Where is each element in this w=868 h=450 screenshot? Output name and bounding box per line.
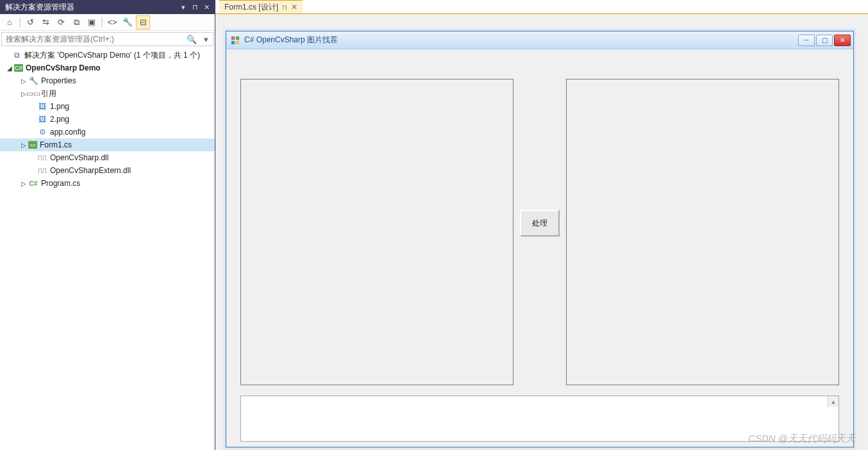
close-icon[interactable]: ✕ [291, 3, 297, 12]
project-label: OpenCvSharp Demo [26, 63, 101, 72]
wrench-icon: 🔧 [28, 76, 38, 86]
tree-item-label: Properties [41, 76, 76, 85]
svg-rect-0 [231, 36, 235, 39]
solution-label: 解决方案 'OpenCvSharp Demo' (1 个项目，共 1 个) [24, 50, 200, 61]
tree-item-file[interactable]: ⎍⎍ OpenCvSharpExtern.dll [0, 164, 215, 177]
config-icon: ⚙ [37, 127, 47, 137]
tree-item-program[interactable]: ▷ C# Program.cs [0, 177, 215, 190]
back-icon[interactable]: ↺ [23, 15, 37, 29]
tree-item-label: Form1.cs [40, 140, 72, 149]
scrollbar-up-icon[interactable]: ▲ [828, 396, 839, 407]
window-titlebar: C# OpenCvSharp 图片找茬 ─ ▢ ✕ [226, 31, 853, 49]
panel-header: 解决方案资源管理器 ▾ ⊓ ✕ [0, 0, 215, 14]
tree-item-label: 2.png [50, 115, 69, 124]
pin-icon[interactable]: ⊓ [282, 4, 287, 11]
project-node[interactable]: ◢ C# OpenCvSharp Demo [0, 62, 215, 74]
svg-rect-3 [236, 40, 239, 44]
tree-item-label: OpenCvSharpExtern.dll [50, 166, 131, 175]
picturebox-right[interactable] [566, 79, 839, 385]
csproj-icon: C# [14, 64, 23, 72]
show-all-icon[interactable]: ▣ [85, 15, 99, 29]
refresh-icon[interactable]: ⟳ [54, 15, 68, 29]
tree-item-form1[interactable]: ▷ ▭ Form1.cs [0, 138, 215, 151]
collapse-icon[interactable]: ⧉ [69, 15, 83, 29]
design-surface[interactable]: C# OpenCvSharp 图片找茬 ─ ▢ ✕ 处理 ▲ CSDN @天天代… [215, 14, 868, 450]
tree-item-label: app.config [50, 128, 85, 137]
close-icon[interactable]: ✕ [201, 1, 212, 13]
csharp-icon: C# [28, 178, 38, 188]
code-icon[interactable]: <> [105, 15, 119, 29]
window-title: C# OpenCvSharp 图片找茬 [244, 35, 798, 46]
tree-item-properties[interactable]: ▷ 🔧 Properties [0, 74, 215, 87]
image-icon: 🖼 [37, 101, 47, 112]
picturebox-left[interactable] [240, 79, 513, 385]
tree-item-references[interactable]: ▷ ▭▭ 引用 [0, 87, 215, 100]
minimize-button[interactable]: ─ [798, 35, 815, 46]
separator [101, 17, 103, 28]
solution-explorer-panel: 解决方案资源管理器 ▾ ⊓ ✕ ⌂ ↺ ⇆ ⟳ ⧉ ▣ <> 🔧 ⊟ 🔍 ▾ ⧉… [0, 0, 215, 450]
tab-form1-design[interactable]: Form1.cs [设计] ⊓ ✕ [219, 0, 303, 13]
document-tabstrip: Form1.cs [设计] ⊓ ✕ [215, 0, 868, 14]
tree-item-label: 1.png [50, 102, 69, 111]
dll-icon: ⎍⎍ [37, 165, 47, 176]
tree-item-file[interactable]: ⚙ app.config [0, 126, 215, 138]
vertical-scrollbar[interactable] [863, 14, 868, 450]
separator [19, 17, 21, 28]
panel-title: 解决方案资源管理器 [5, 2, 178, 13]
view-icon[interactable]: ⊟ [136, 15, 150, 29]
editor-area: Form1.cs [设计] ⊓ ✕ C# OpenCvSharp 图片找茬 ─ … [215, 0, 868, 450]
tree-item-label: OpenCvSharp.dll [50, 153, 108, 162]
tree-item-label: 引用 [41, 88, 56, 99]
process-button[interactable]: 处理 [520, 210, 560, 237]
references-icon: ▭▭ [28, 88, 38, 99]
solution-tree: ⧉ 解决方案 'OpenCvSharp Demo' (1 个项目，共 1 个) … [0, 47, 215, 450]
solution-icon: ⧉ [12, 50, 22, 60]
close-button[interactable]: ✕ [834, 35, 851, 46]
properties-icon[interactable]: 🔧 [121, 15, 135, 29]
svg-rect-2 [231, 40, 235, 44]
solution-node[interactable]: ⧉ 解决方案 'OpenCvSharp Demo' (1 个项目，共 1 个) [0, 49, 215, 62]
app-icon [230, 35, 240, 46]
tree-item-label: Program.cs [41, 179, 80, 188]
pin-icon[interactable]: ⊓ [189, 1, 201, 13]
image-icon: 🖼 [37, 114, 47, 124]
search-input[interactable] [2, 33, 185, 46]
expander-icon[interactable]: ◢ [5, 65, 14, 72]
expander-icon[interactable]: ▷ [19, 180, 28, 187]
watermark-text: CSDN @天天代码码天天 [748, 433, 855, 445]
search-box: 🔍 ▾ [1, 32, 213, 46]
tree-item-file[interactable]: ⎍⎍ OpenCvSharp.dll [0, 151, 215, 164]
dll-icon: ⎍⎍ [37, 153, 47, 163]
tab-label: Form1.cs [设计] [224, 2, 278, 13]
cs-form-icon: ▭ [28, 141, 37, 149]
winform-preview[interactable]: C# OpenCvSharp 图片找茬 ─ ▢ ✕ 处理 ▲ [226, 31, 854, 447]
expander-icon[interactable]: ▷ [19, 142, 28, 149]
svg-rect-1 [236, 36, 239, 39]
maximize-button[interactable]: ▢ [816, 35, 833, 46]
dropdown-icon[interactable]: ▾ [178, 1, 189, 13]
tree-item-file[interactable]: 🖼 2.png [0, 113, 215, 126]
tree-item-file[interactable]: 🖼 1.png [0, 100, 215, 113]
form-body[interactable]: 处理 ▲ [226, 49, 853, 447]
search-icon[interactable]: 🔍 [185, 33, 199, 46]
window-buttons: ─ ▢ ✕ [798, 35, 851, 46]
search-dropdown-icon[interactable]: ▾ [199, 33, 213, 46]
expander-icon[interactable]: ▷ [19, 78, 28, 85]
home-icon[interactable]: ⌂ [3, 15, 17, 29]
forward-icon[interactable]: ⇆ [38, 15, 53, 29]
explorer-toolbar: ⌂ ↺ ⇆ ⟳ ⧉ ▣ <> 🔧 ⊟ [0, 14, 215, 31]
